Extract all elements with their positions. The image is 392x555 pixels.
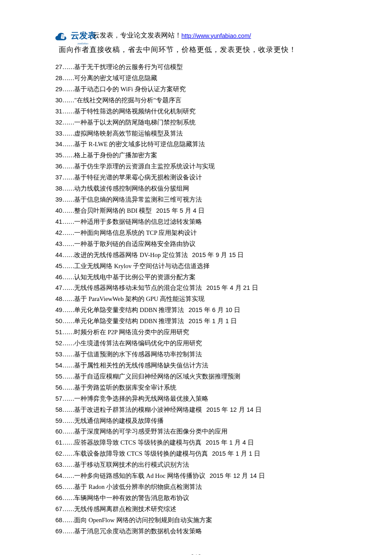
item-dots: ……	[62, 439, 74, 446]
item-dots: ……	[62, 86, 74, 92]
item-dots: ……	[62, 185, 74, 192]
item-title: 基于信息熵的网络流异常监测和三维可视方法	[74, 196, 202, 203]
list-item: 60……基于深度网络的可学习感受野算法在图像分类中的应用	[55, 427, 337, 437]
list-item: 38……动力线载波传感控制网络的权值分簇组网	[55, 184, 337, 194]
item-number: 62	[55, 450, 62, 457]
item-title: 一种适用于多数据链网络的信息过滤转发策略	[74, 218, 202, 225]
list-item: 56……基于旁路监听的数据库安全审计系统	[55, 383, 337, 393]
item-dots: ……	[62, 395, 74, 402]
item-dots: ……	[62, 196, 74, 203]
list-item: 42……一种面向网络信息系统的 TCP 应用架构设计	[55, 228, 337, 238]
item-dots: ……	[62, 483, 74, 490]
item-number: 37	[55, 174, 62, 181]
list-item: 49……单元化单隐变量变结构 DDBN 推理算法2015 年 6 月 10 日	[55, 305, 337, 315]
list-item: 34……基于 R-LWE 的密文域多比特可逆信息隐藏算法	[55, 139, 337, 150]
logo-pinyin: yunfabiao	[78, 42, 89, 45]
item-title: 基于 ParaViewWeb 架构的 GPU 高性能运算实现	[74, 295, 205, 302]
item-title: 基于改进粒子群算法的模糊小波神经网络建模	[74, 406, 202, 413]
item-dots: ……	[62, 130, 74, 137]
item-dots: ……	[62, 329, 74, 335]
list-item: 62……车载设备故障导致 CTCS 等级转换的建模与仿真2015 年 1 月 1…	[55, 449, 337, 459]
item-dots: ……	[62, 406, 74, 413]
item-number: 33	[55, 130, 62, 137]
list-item: 35……格上基于身份的广播加密方案	[55, 150, 337, 161]
list-item: 36……基于仿生学原理的云资源自主监控系统设计与实现	[55, 162, 337, 172]
header-url-link[interactable]: http://www.yunfabiao.com/	[182, 32, 251, 39]
header-line1: 云发表 yunfabiao 云发表，专业论文发表网站！ http://www.y…	[55, 30, 337, 41]
item-title: 基于深度网络的可学习感受野算法在图像分类中的应用	[74, 428, 228, 435]
item-number: 55	[55, 373, 62, 380]
list-item: 69……基于消息冗余度动态测算的数据机会转发策略	[55, 526, 337, 537]
list-item: 39……基于信息熵的网络流异常监测和三维可视方法	[55, 195, 337, 205]
paper-list: 27……基于无干扰理论的云服务行为可信模型28……可分离的密文域可逆信息隐藏29…	[55, 62, 337, 537]
item-number: 56	[55, 384, 62, 391]
item-dots: ……	[62, 218, 74, 225]
item-title: "在线社交网络的挖掘与分析"专题序言	[74, 97, 182, 104]
list-item: 46……认知无线电中基于比例公平的资源分配方案	[55, 272, 337, 283]
item-title: 基于 R-LWE 的密文域多比特可逆信息隐藏算法	[74, 141, 205, 147]
logo	[55, 31, 67, 41]
item-date: 2015 年 9 月 15 日	[192, 251, 244, 258]
item-dots: ……	[62, 240, 74, 247]
item-dots: ……	[62, 119, 74, 126]
item-title: 格上基于身份的广播加密方案	[74, 152, 157, 159]
list-item: 52……小生境遗传算法在网络编码优化中的应用研究	[55, 338, 337, 349]
item-title: 无线通信网络的建模及故障传播	[74, 417, 164, 424]
item-title: 工业无线网络 Krylov 子空间估计与动态信道选择	[74, 263, 210, 269]
item-dots: ……	[62, 461, 74, 468]
item-date: 2015 年 4 月 21 日	[206, 284, 258, 291]
item-dots: ……	[62, 351, 74, 358]
item-dots: ……	[62, 75, 74, 81]
item-title: 基于属性相关性的无线传感网络缺失值估计方法	[74, 362, 208, 369]
item-dots: ……	[62, 384, 74, 391]
item-number: 59	[55, 417, 62, 424]
list-item: 59……无线通信网络的建模及故障传播	[55, 416, 337, 426]
item-title: 时频分析在 P2P 网络流分类中的应用研究	[74, 329, 189, 335]
item-date: 2015 年 5 月 4 日	[156, 207, 205, 214]
list-item: 31……基于特性筛选的网络视频纳什优化机制研究	[55, 107, 337, 117]
item-number: 39	[55, 196, 62, 203]
list-item: 50……单元化单隐变量变结构 DDBN 推理算法2015 年 1 月 1 日	[55, 316, 337, 327]
item-title: 基于移动互联网技术的出行模式识别方法	[74, 461, 189, 468]
item-number: 52	[55, 340, 62, 347]
list-item: 29……基于动态口令的 WiFi 身份认证方案研究	[55, 84, 337, 95]
item-title: 一种面向网络信息系统的 TCP 应用架构设计	[74, 229, 197, 236]
list-item: 65……基于 Radon 小波低分辨率的织物疵点检测算法	[55, 482, 337, 492]
list-item: 61……应答器故障导致 CTCS 等级转换的建模与仿真2015 年 1 月 4 …	[55, 438, 337, 448]
item-dots: ……	[62, 274, 74, 280]
item-title: 基于特性筛选的网络视频纳什优化机制研究	[74, 108, 196, 115]
item-number: 34	[55, 141, 62, 147]
item-dots: ……	[62, 417, 74, 424]
item-number: 53	[55, 351, 62, 358]
item-date: 2015 年 12 月 14 日	[206, 406, 262, 413]
item-title: 车载设备故障导致 CTCS 等级转换的建模与仿真	[74, 450, 208, 457]
item-dots: ……	[62, 528, 74, 535]
item-number: 32	[55, 119, 62, 126]
item-number: 40	[55, 207, 62, 214]
item-number: 42	[55, 229, 62, 236]
item-number: 57	[55, 395, 62, 402]
item-title: 基于消息冗余度动态测算的数据机会转发策略	[74, 528, 202, 535]
item-dots: ……	[62, 450, 74, 457]
item-dots: ……	[62, 174, 74, 181]
item-number: 50	[55, 318, 62, 324]
item-title: 虚拟网络映射高效节能运输模型及算法	[74, 130, 183, 137]
list-item: 45……工业无线网络 Krylov 子空间估计与动态信道选择	[55, 261, 337, 272]
item-number: 64	[55, 472, 62, 479]
item-date: 2015 年 12 月 14 日	[210, 472, 265, 479]
item-title: 车辆网络中一种有效的警告消息散布协议	[74, 494, 189, 501]
list-item: 55……基于自适应模糊广义回归神经网络的区域火灾数据推理预测	[55, 372, 337, 382]
item-number: 65	[55, 483, 62, 490]
list-item: 53……基于信道预测的水下传感器网络功率控制算法	[55, 350, 337, 360]
item-number: 41	[55, 218, 62, 225]
item-title: 基于自适应模糊广义回归神经网络的区域火灾数据推理预测	[74, 373, 240, 380]
item-title: 基于仿生学原理的云资源自主监控系统设计与实现	[74, 163, 215, 170]
item-dots: ……	[62, 517, 74, 523]
item-dots: ……	[62, 97, 74, 104]
list-item: 44……改进的无线传感器网络 DV-Hop 定位算法2015 年 9 月 15 …	[55, 250, 337, 260]
item-dots: ……	[62, 494, 74, 501]
item-title: 基于无干扰理论的云服务行为可信模型	[74, 64, 183, 70]
list-item: 51……时频分析在 P2P 网络流分类中的应用研究	[55, 327, 337, 338]
item-dots: ……	[62, 340, 74, 347]
item-title: 认知无线电中基于比例公平的资源分配方案	[74, 274, 196, 280]
